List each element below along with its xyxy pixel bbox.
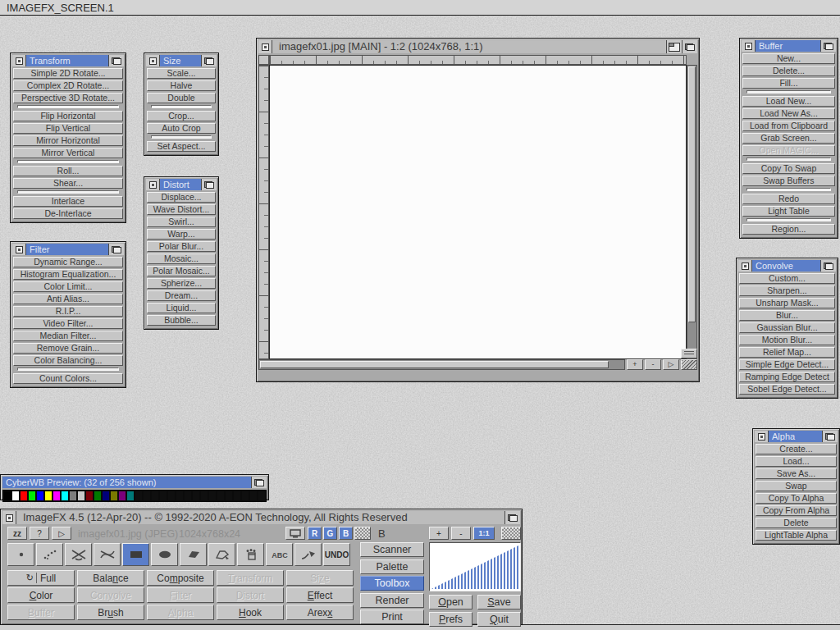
vertical-scrollbar[interactable] [687,65,697,359]
buffer-titlebar[interactable]: Buffer [742,40,836,52]
palette-swatch[interactable] [127,491,134,500]
buffer-load-new-button[interactable]: Load New... [742,96,835,107]
convolve-sharpen-button[interactable]: Sharpen... [739,285,835,296]
distort-swirl-button[interactable]: Swirl... [147,217,216,227]
zoom-in-button[interactable]: + [429,527,449,540]
transform-simple-2d-rotate-button[interactable]: Simple 2D Rotate... [13,68,123,79]
palette-swatch[interactable] [242,491,249,500]
palette-swatch[interactable] [193,491,199,500]
convolve-sobel-edge-detect-button[interactable]: Sobel Edge Detect... [739,384,835,395]
buffer-light-table-button[interactable]: Light Table [742,206,835,217]
palette-titlebar[interactable]: CyberWB Preview: (32 of 256 shown) [2,477,267,488]
buffer-region-button[interactable]: Region... [742,224,835,235]
distort-polar-mosaic-button[interactable]: Polar Mosaic... [147,266,216,276]
palette-swatch[interactable] [21,491,27,500]
transform-mirror-vertical-button[interactable]: Mirror Vertical [13,148,123,158]
distort-dream-button[interactable]: Dream... [147,290,216,301]
open-button[interactable]: Open [429,595,472,609]
palette-swatch[interactable] [103,491,109,500]
horizontal-scrollbar[interactable] [258,359,625,370]
palette-swatch[interactable] [53,491,60,500]
arrow-right-icon[interactable]: ▷ [663,359,679,370]
vertical-scroll-thumb[interactable] [688,66,696,322]
convolve-ramping-edge-detect-button[interactable]: Ramping Edge Detect [739,372,835,382]
depth-gadget-icon[interactable] [820,260,836,272]
zoom-ratio-button[interactable]: 1:1 [473,527,495,540]
panel-render-button[interactable]: Render [360,593,424,608]
category-full-button[interactable]: ↻Full [7,570,75,586]
distort-liquid-button[interactable]: Liquid... [147,303,216,313]
filter-count-colors-button[interactable]: Count Colors... [13,373,123,384]
category-brush-button[interactable]: Brush [77,605,144,620]
category-effect-button[interactable]: Effect [286,587,354,603]
filter-titlebar[interactable]: Filter [12,244,124,255]
distort-mosaic-button[interactable]: Mosaic... [147,253,216,264]
smear-tool-icon[interactable] [294,543,322,566]
channel-b-button[interactable]: B [339,527,353,540]
filter-color-balancing-button[interactable]: Color Balancing... [13,355,123,366]
close-icon[interactable] [755,431,769,442]
distort-polar-blur-button[interactable]: Polar Blur... [147,241,216,252]
convolve-relief-map-button[interactable]: Relief Map... [739,347,835,358]
distort-bubble-button[interactable]: Bubble... [147,315,216,326]
palette-swatch[interactable] [70,491,76,500]
channel-r-button[interactable]: R [308,527,322,540]
palette-swatch[interactable] [258,491,265,500]
palette-swatch[interactable] [168,491,175,500]
distort-spherize-button[interactable]: Spherize... [147,278,216,289]
palette-swatch[interactable] [29,491,35,500]
palette-swatch[interactable] [152,491,158,500]
line-tool-icon[interactable] [65,543,92,566]
oval-tool-icon[interactable] [151,543,178,566]
help-button[interactable]: ? [30,527,49,540]
palette-swatch[interactable] [250,491,257,500]
distort-wave-distort-button[interactable]: Wave Distort... [147,204,216,215]
palette-swatch[interactable] [217,491,224,500]
transform-interlace-button[interactable]: Interlace [13,196,123,207]
palette-swatch[interactable] [62,491,68,500]
quit-button[interactable]: Quit [477,612,521,627]
depth-gadget-icon[interactable] [820,40,836,52]
alpha-swap-button[interactable]: Swap [756,481,837,491]
zoom-in-button[interactable]: + [627,359,643,370]
depth-gadget-icon[interactable] [201,179,217,190]
depth-gadget-icon[interactable] [108,55,124,66]
panel-scanner-button[interactable]: Scanner [360,542,424,557]
box-tool-icon[interactable] [122,543,149,566]
palette-swatch[interactable] [201,491,208,500]
close-icon[interactable] [146,179,160,190]
prefs-button[interactable]: Prefs [429,612,472,627]
sleep-button[interactable]: zz [7,527,27,540]
transform-titlebar[interactable]: Transform [12,55,124,66]
filter-median-filter-button[interactable]: Median Filter... [13,331,123,341]
alpha-copy-to-alpha-button[interactable]: Copy To Alpha [756,493,837,504]
filter-video-filter-button[interactable]: Video Filter... [13,318,123,329]
category-color-button[interactable]: Color [7,587,75,603]
convolve-gaussian-blur-button[interactable]: Gaussian Blur... [739,322,835,333]
palette-swatch[interactable] [86,491,93,500]
zoom-out-button[interactable]: - [451,527,471,540]
palette-swatch[interactable] [160,491,167,500]
transform-mirror-horizontal-button[interactable]: Mirror Horizontal [13,135,123,146]
depth-gadget-icon[interactable] [682,40,697,53]
panel-print-button[interactable]: Print [360,609,424,624]
category-arexx-button[interactable]: Arexx [286,605,354,620]
palette-swatch[interactable] [185,491,191,500]
palette-swatch[interactable] [94,491,101,500]
distort-titlebar[interactable]: Distort [146,179,217,190]
size-set-aspect-button[interactable]: Set Aspect... [147,141,216,152]
convolve-blur-button[interactable]: Blur... [739,310,835,321]
buffer-load-new-as-button[interactable]: Load New As... [742,108,835,119]
undo-button[interactable]: UNDO [323,543,350,566]
size-titlebar[interactable]: Size [146,55,217,66]
close-icon[interactable] [2,511,16,524]
buffer-delete-button[interactable]: Delete... [742,66,835,76]
category-balance-button[interactable]: Balance [77,570,144,586]
text-tool-icon[interactable]: ABC [266,543,293,566]
depth-gadget-icon[interactable] [201,55,217,66]
airbrush-tool-icon[interactable] [36,543,63,566]
palette-swatch[interactable] [45,491,52,500]
distort-displace-button[interactable]: Displace... [147,192,216,203]
buffer-swap-buffers-button[interactable]: Swap Buffers [742,176,835,186]
alpha-delete-button[interactable]: Delete [756,518,837,528]
